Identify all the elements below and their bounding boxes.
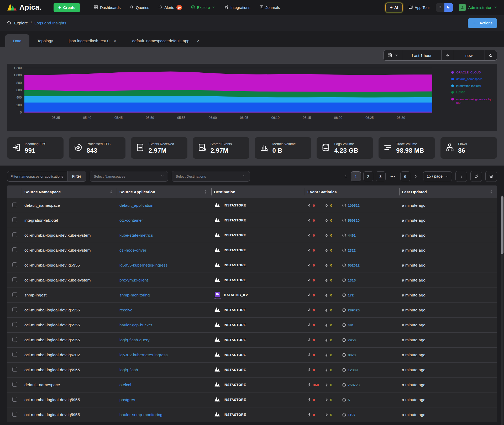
row-select[interactable]	[7, 337, 22, 343]
stacked-area-chart[interactable]: 02004006008001,0001,20005:3505:4005:4505…	[7, 64, 443, 129]
row-select[interactable]	[7, 412, 22, 418]
source-application-link[interactable]: hauler-snmp-monitoring	[117, 412, 211, 417]
event-count[interactable]: 8073	[342, 353, 356, 357]
checkbox[interactable]	[12, 412, 17, 417]
error-count[interactable]: 360	[307, 383, 325, 387]
source-application-link[interactable]: logiq-flash	[117, 368, 211, 372]
close-icon[interactable]: ✕	[114, 39, 117, 43]
checkbox[interactable]	[12, 322, 17, 327]
sort-icon[interactable]	[204, 190, 209, 194]
time-from[interactable]: Last 1 hour	[402, 50, 442, 60]
checkbox[interactable]	[12, 337, 17, 342]
source-application-link[interactable]: snmp-monitoring	[117, 293, 211, 298]
tab-default-namespace-default-app-[interactable]: default_namespace::default_app... ✕	[124, 34, 208, 47]
checkbox[interactable]	[12, 262, 17, 267]
sort-icon[interactable]	[490, 190, 494, 194]
event-count[interactable]: 7950	[342, 338, 356, 342]
checkbox[interactable]	[12, 367, 17, 372]
home-icon[interactable]	[7, 20, 12, 26]
column-header-last-updated[interactable]: Last Updated	[399, 188, 497, 195]
nav-item-alerts[interactable]: Alerts 10	[158, 5, 182, 10]
source-application-link[interactable]: proxymux-client	[117, 278, 211, 283]
warning-count[interactable]: 0	[325, 278, 342, 282]
column-header-source-namespace[interactable]: Source Namespace	[22, 188, 117, 195]
nav-item-dashboards[interactable]: Dashboards	[94, 5, 120, 10]
favorite-star-button[interactable]	[485, 50, 497, 60]
legend-item[interactable]: integration-lab:otel	[451, 84, 494, 88]
source-application-link[interactable]: postgres	[117, 397, 211, 402]
source-application-link[interactable]: receive	[117, 308, 211, 312]
actions-button[interactable]: ⋯ Actions	[468, 18, 497, 28]
sort-icon[interactable]	[110, 190, 114, 194]
column-header-destination[interactable]: Destination	[211, 188, 305, 195]
refresh-button[interactable]	[470, 171, 482, 182]
source-application-link[interactable]: otelcol	[117, 382, 211, 387]
source-application-link[interactable]: otc-container	[117, 218, 211, 223]
page-button-6[interactable]: 6	[400, 171, 410, 181]
theme-toggle[interactable]	[436, 3, 453, 12]
event-count[interactable]: 109522	[342, 203, 360, 208]
row-select[interactable]	[7, 232, 22, 238]
source-application-link[interactable]: lq6302-kubernetes-ingress	[117, 353, 211, 357]
error-count[interactable]: 0	[307, 413, 325, 417]
row-select[interactable]	[7, 322, 22, 328]
warning-count[interactable]: 0	[325, 353, 342, 357]
event-count[interactable]: 569320	[342, 218, 360, 222]
event-count[interactable]: 289426	[342, 308, 360, 312]
filter-button[interactable]: Filter	[67, 171, 86, 181]
row-select[interactable]	[7, 262, 22, 268]
nav-item-journals[interactable]: Journals	[259, 5, 280, 10]
row-select[interactable]	[7, 307, 22, 313]
error-count[interactable]: 0	[307, 368, 325, 372]
event-count[interactable]: 172	[342, 293, 354, 297]
warning-count[interactable]: 0	[325, 368, 342, 372]
source-application-link[interactable]: logiq-flash-query	[117, 338, 211, 342]
error-count[interactable]: 0	[307, 398, 325, 402]
calendar-button[interactable]	[384, 50, 402, 60]
light-mode-segment[interactable]	[436, 3, 444, 12]
view-grid-button[interactable]	[485, 171, 497, 182]
error-count[interactable]: 0	[307, 278, 325, 282]
page-ellipsis[interactable]: •••	[388, 171, 398, 181]
close-icon[interactable]: ✕	[197, 39, 200, 43]
source-application-link[interactable]: default_application	[117, 203, 211, 208]
tab-data[interactable]: Data	[5, 34, 29, 47]
page-button-2[interactable]: 2	[363, 171, 373, 181]
error-count[interactable]: 0	[307, 353, 325, 357]
warning-count[interactable]: 0	[325, 398, 342, 402]
checkbox[interactable]	[12, 352, 17, 357]
apica-logo[interactable]: Apica.	[7, 3, 41, 12]
row-select[interactable]	[7, 367, 22, 373]
create-button[interactable]: + Create	[54, 3, 80, 12]
checkbox[interactable]	[12, 277, 17, 282]
event-count[interactable]: 652012	[342, 263, 360, 267]
error-count[interactable]: 0	[307, 263, 325, 267]
source-application-link[interactable]: csi-node-driver	[117, 248, 211, 253]
event-count[interactable]: 1197	[342, 413, 355, 417]
nav-item-integrations[interactable]: Integrations	[224, 5, 250, 10]
ai-button[interactable]: ✦ AI	[385, 3, 403, 12]
warning-count[interactable]: 0	[325, 323, 342, 327]
nav-item-queries[interactable]: Queries	[129, 5, 149, 10]
checkbox[interactable]	[12, 217, 17, 222]
user-menu[interactable]: Administrator	[459, 4, 497, 11]
table-options-button[interactable]	[455, 171, 467, 182]
checkbox[interactable]	[12, 232, 17, 237]
app-tour-button[interactable]: App Tour	[408, 5, 430, 10]
error-count[interactable]: 0	[307, 293, 325, 297]
filter-input[interactable]	[7, 171, 67, 181]
event-count[interactable]: 4461	[342, 233, 356, 237]
warning-count[interactable]: 0	[325, 204, 342, 208]
row-select[interactable]	[7, 247, 22, 253]
error-count[interactable]: 0	[307, 219, 325, 222]
checkbox[interactable]	[12, 382, 17, 387]
error-count[interactable]: 0	[307, 233, 325, 237]
warning-count[interactable]: 0	[325, 219, 342, 222]
column-header-event-statistics[interactable]: Event Statistics	[305, 188, 399, 195]
page-size-select[interactable]: 15 / page	[423, 171, 452, 181]
warning-count[interactable]: 0	[325, 293, 342, 297]
error-count[interactable]: 0	[307, 338, 325, 342]
error-count[interactable]: 0	[307, 248, 325, 252]
column-header-source-application[interactable]: Source Application	[117, 188, 211, 195]
warning-count[interactable]: 0	[325, 233, 342, 237]
